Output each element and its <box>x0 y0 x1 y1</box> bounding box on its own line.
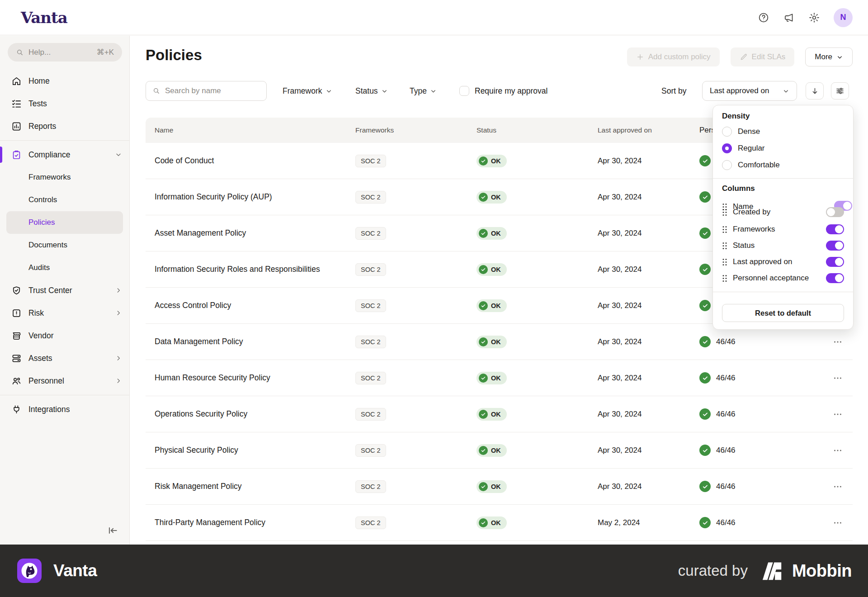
table-row[interactable]: Human Resource Security Policy SOC 2 OK … <box>146 360 853 396</box>
status-text: OK <box>491 266 501 273</box>
radio-icon[interactable] <box>722 127 732 137</box>
status-text: OK <box>491 302 501 309</box>
table-settings-button[interactable] <box>831 82 849 100</box>
sidebar-search[interactable]: Help... ⌘+K <box>8 43 122 62</box>
status-text: OK <box>491 483 501 490</box>
toggle-off[interactable] <box>826 207 844 217</box>
status-badge: OK <box>476 155 507 167</box>
sidebar-item-audits[interactable]: Audits <box>0 256 123 279</box>
acceptance-check-icon <box>699 191 711 203</box>
row-menu-icon[interactable] <box>833 445 843 455</box>
sidebar-item-trust-center[interactable]: Trust Center <box>0 279 129 302</box>
sort-direction-button[interactable] <box>806 82 824 100</box>
row-menu-icon[interactable] <box>833 337 843 347</box>
sidebar-item-vendor[interactable]: Vendor <box>0 324 129 347</box>
sidebar-item-frameworks[interactable]: Frameworks <box>0 166 123 189</box>
chevron-down-icon <box>430 88 437 95</box>
help-icon[interactable] <box>758 12 769 24</box>
status-filter[interactable]: Status <box>355 81 388 101</box>
column-header-frameworks[interactable]: Frameworks <box>355 126 476 134</box>
toggle-on[interactable] <box>826 273 844 283</box>
toggle-on[interactable] <box>826 241 844 251</box>
framework-filter[interactable]: Framework <box>283 81 332 101</box>
framework-badge: SOC 2 <box>355 263 386 276</box>
user-avatar[interactable]: N <box>834 8 853 27</box>
framework-badge: SOC 2 <box>355 408 386 421</box>
column-header-last-approved[interactable]: Last approved on <box>598 126 699 134</box>
sidebar-item-tests[interactable]: Tests <box>0 92 129 115</box>
last-approved-date: Apr 30, 2024 <box>598 374 699 383</box>
drag-handle-icon[interactable] <box>722 258 727 266</box>
column-header-status[interactable]: Status <box>476 126 598 134</box>
announcements-icon[interactable] <box>783 12 795 24</box>
sidebar-item-label: Home <box>28 76 122 86</box>
row-menu-icon[interactable] <box>833 409 843 419</box>
radio-icon-checked[interactable] <box>722 143 732 153</box>
sidebar-item-reports[interactable]: Reports <box>0 115 129 137</box>
sidebar-item-integrations[interactable]: Integrations <box>0 398 129 421</box>
acceptance-count: 46/46 <box>716 337 736 346</box>
toggle-on[interactable] <box>826 224 844 234</box>
sidebar-item-label: Compliance <box>28 150 108 160</box>
sidebar-item-assets[interactable]: Assets <box>0 347 129 370</box>
drag-handle-icon[interactable] <box>722 242 727 250</box>
chevron-right-icon <box>115 287 122 294</box>
policy-name: Third-Party Management Policy <box>146 517 355 528</box>
sidebar-item-personnel[interactable]: Personnel <box>0 370 129 392</box>
drag-handle-icon[interactable] <box>722 208 727 216</box>
column-header-name[interactable]: Name <box>146 126 355 135</box>
sort-dropdown[interactable]: Last approved on <box>702 81 797 101</box>
drag-handle-icon[interactable] <box>722 226 727 233</box>
density-option-dense[interactable]: Dense <box>722 124 844 139</box>
policy-name: Human Resource Security Policy <box>146 373 355 383</box>
drag-handle-icon[interactable] <box>722 275 727 282</box>
more-button[interactable]: More <box>805 47 853 66</box>
status-badge: OK <box>476 444 507 457</box>
collapse-sidebar-icon[interactable] <box>107 525 118 536</box>
row-menu-icon[interactable] <box>833 482 843 492</box>
settings-gear-icon[interactable] <box>808 12 820 24</box>
checkbox[interactable] <box>459 86 469 96</box>
density-option-regular[interactable]: Regular <box>722 141 844 156</box>
column-toggle-personnel-acceptance[interactable]: Personnel acceptance <box>722 270 844 286</box>
edit-slas-button[interactable]: Edit SLAs <box>731 47 795 66</box>
acceptance-check-icon <box>699 227 711 239</box>
sidebar-item-policies[interactable]: Policies <box>6 211 123 234</box>
acceptance-check-icon <box>699 408 711 420</box>
check-circle-icon <box>479 265 488 274</box>
row-menu-icon[interactable] <box>833 518 843 528</box>
add-custom-policy-button[interactable]: Add custom policy <box>627 47 720 66</box>
radio-icon[interactable] <box>722 160 732 170</box>
sidebar-item-risk[interactable]: Risk <box>0 302 129 324</box>
table-row[interactable]: Risk Management Policy SOC 2 OK Apr 30, … <box>146 469 853 505</box>
column-toggle-created-by[interactable]: Created by <box>722 206 844 218</box>
policy-search-input[interactable] <box>165 86 260 95</box>
toggle-on[interactable] <box>826 257 844 267</box>
acceptance-count: 46/46 <box>716 374 736 383</box>
row-menu-icon[interactable] <box>833 373 843 383</box>
column-toggle-frameworks[interactable]: Frameworks <box>722 221 844 237</box>
type-filter[interactable]: Type <box>410 81 437 101</box>
reset-to-default-button[interactable]: Reset to default <box>722 304 844 322</box>
status-badge: OK <box>476 372 507 384</box>
require-my-approval-checkbox[interactable]: Require my approval <box>459 81 547 101</box>
sidebar-item-controls[interactable]: Controls <box>0 189 123 211</box>
table-row[interactable]: Physical Security Policy SOC 2 OK Apr 30… <box>146 432 853 469</box>
sidebar-item-home[interactable]: Home <box>0 70 129 92</box>
sidebar-item-compliance[interactable]: Compliance <box>0 143 129 166</box>
column-toggle-last-approved-on[interactable]: Last approved on <box>722 254 844 270</box>
sidebar-search-shortcut: ⌘+K <box>97 47 114 57</box>
table-row[interactable]: Third-Party Management Policy SOC 2 OK M… <box>146 505 853 541</box>
check-circle-icon <box>479 193 488 202</box>
curated-by-text: curated by <box>678 562 748 579</box>
column-toggle-status[interactable]: Status <box>722 237 844 254</box>
table-row[interactable]: Operations Security Policy SOC 2 OK Apr … <box>146 396 853 432</box>
check-circle-icon <box>479 482 488 491</box>
sidebar-item-documents[interactable]: Documents <box>0 234 123 256</box>
status-text: OK <box>491 447 501 454</box>
popover-divider <box>713 178 853 179</box>
policy-name: Code of Conduct <box>146 156 355 166</box>
policy-search-box[interactable] <box>146 81 267 101</box>
table-settings-popover: Density Dense Regular Comfortable Column… <box>712 105 854 330</box>
density-option-comfortable[interactable]: Comfortable <box>722 157 844 173</box>
